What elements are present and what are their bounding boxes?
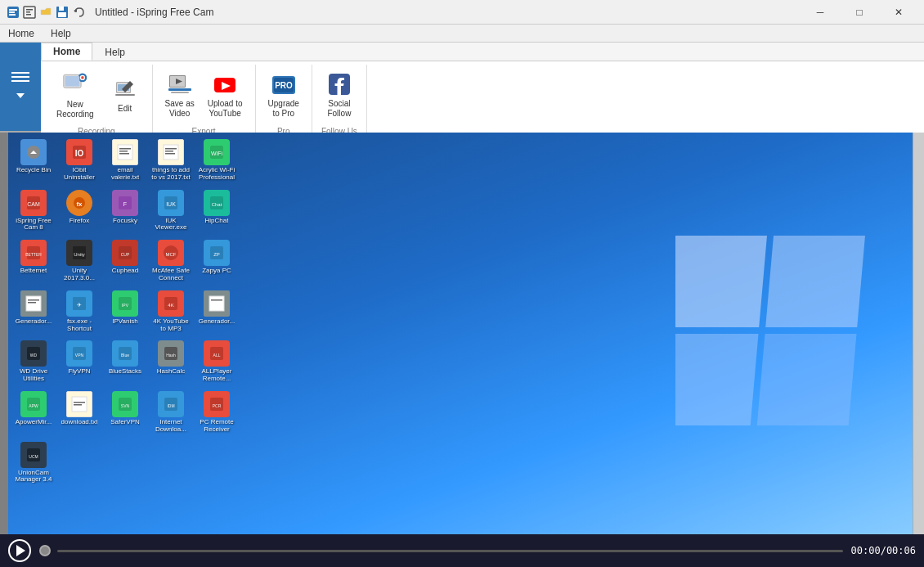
- desktop-icon-img: UCM: [20, 442, 47, 468]
- list-item[interactable]: ALL ALLPlayer Remote...: [195, 337, 237, 386]
- edit-button[interactable]: Edit: [105, 72, 146, 118]
- vertical-scrollbar[interactable]: [913, 133, 924, 534]
- list-item[interactable]: email valerie.txt: [103, 136, 147, 185]
- save-as-video-button[interactable]: Save asVideo: [159, 67, 200, 123]
- main-area: Recycle Bin IO IObit Uninstaller email v…: [0, 133, 924, 534]
- desktop-icon-label: download.txt: [61, 419, 98, 426]
- progress-handle[interactable]: [39, 545, 51, 556]
- desktop-icon-img: [20, 290, 47, 317]
- svg-marker-12: [16, 93, 25, 98]
- desktop-icon-img: [20, 139, 47, 165]
- list-item[interactable]: Chat HipChat: [195, 187, 237, 236]
- desktop-icon-label: PC Remote Receiver: [196, 419, 237, 434]
- play-button[interactable]: [8, 539, 31, 562]
- desktop-icon-label: Unity 2017.3.0...: [59, 268, 100, 282]
- list-item[interactable]: Hash HashCalc: [149, 337, 193, 386]
- svg-rect-97: [74, 404, 82, 406]
- progress-track[interactable]: [57, 550, 843, 552]
- desktop-icon-img: Blue: [112, 340, 138, 367]
- svg-text:UCM: UCM: [29, 454, 38, 459]
- list-item[interactable]: PCR PC Remote Receiver: [195, 388, 237, 437]
- svg-text:WiFi: WiFi: [211, 151, 222, 156]
- desktop-icon-img: CAM: [20, 190, 47, 216]
- list-item[interactable]: Unity Unity 2017.3.0...: [57, 236, 101, 286]
- list-item[interactable]: Recycle Bin: [11, 136, 56, 185]
- list-item[interactable]: MCF McAfee Safe Connect: [149, 236, 193, 286]
- list-item[interactable]: APW ApowerMir...: [11, 388, 56, 437]
- desktop-icon-label: ApowerMir...: [16, 419, 52, 426]
- ribbon-menu-button[interactable]: [0, 43, 41, 131]
- list-item[interactable]: CAM iSpring Free Cam 8: [11, 187, 56, 236]
- menu-home[interactable]: Home: [0, 26, 43, 41]
- list-item[interactable]: ZP Zapya PC: [195, 236, 237, 286]
- open-icon[interactable]: [39, 6, 52, 19]
- list-item[interactable]: download.txt: [57, 388, 101, 437]
- list-item[interactable]: Generador...: [11, 287, 56, 336]
- tab-home[interactable]: Home: [41, 43, 92, 61]
- ribbon-group-follow: SocialFollow Follow Us: [312, 65, 367, 137]
- new-icon[interactable]: [23, 6, 36, 19]
- list-item[interactable]: IPV IPVanish: [103, 287, 147, 336]
- desktop-icon-label: Betternet: [20, 268, 47, 275]
- desktop-icon-img: VPN: [66, 340, 92, 367]
- list-item[interactable]: VPN FlyVPN: [57, 337, 101, 386]
- svg-text:fx: fx: [76, 200, 83, 208]
- title-bar-left: Untitled - iSpring Free Cam: [7, 6, 213, 19]
- upgrade-pro-button[interactable]: PRO Upgradeto Pro: [262, 67, 305, 123]
- list-item[interactable]: IUK IUK Viewer.exe: [149, 187, 193, 236]
- desktop-icon-label: iSpring Free Cam 8: [13, 218, 54, 232]
- svg-text:PRO: PRO: [275, 81, 293, 90]
- svg-rect-21: [115, 94, 135, 96]
- video-preview-inner: Recycle Bin IO IObit Uninstaller email v…: [8, 133, 913, 534]
- svg-text:WD: WD: [30, 353, 38, 358]
- svg-rect-48: [165, 153, 175, 155]
- list-item[interactable]: BETTER Betternet: [11, 236, 56, 286]
- social-follow-button[interactable]: SocialFollow: [319, 67, 360, 123]
- list-item[interactable]: 4K 4K YouTube to MP3: [149, 287, 193, 336]
- save-icon[interactable]: [56, 6, 69, 19]
- menu-help[interactable]: Help: [43, 26, 79, 41]
- pro-items: PRO Upgradeto Pro: [262, 66, 305, 124]
- minimize-button[interactable]: ─: [801, 0, 839, 25]
- list-item[interactable]: SVN SaferVPN: [103, 388, 147, 437]
- upgrade-pro-label: Upgradeto Pro: [268, 99, 299, 119]
- social-follow-icon: [326, 71, 352, 97]
- list-item[interactable]: F Focusky: [103, 187, 147, 236]
- new-recording-button[interactable]: NewRecording: [47, 66, 103, 124]
- hamburger-icon: [11, 80, 29, 82]
- social-follow-label: SocialFollow: [327, 99, 351, 119]
- svg-text:Blue: Blue: [121, 353, 129, 358]
- undo-icon[interactable]: [72, 6, 85, 19]
- desktop-icon-label: email valerie.txt: [105, 167, 146, 182]
- list-item[interactable]: IO IObit Uninstaller: [57, 136, 101, 185]
- svg-text:4K: 4K: [168, 303, 173, 308]
- close-button[interactable]: ✕: [880, 0, 917, 25]
- svg-rect-34: [675, 236, 767, 327]
- desktop-icon-label: Zapya PC: [202, 268, 231, 275]
- title-text: Untitled - iSpring Free Cam: [95, 7, 213, 18]
- time-elapsed: 00:00: [851, 545, 881, 556]
- desktop-icon-img: CUP: [112, 240, 138, 266]
- list-item[interactable]: WiFi Acrylic Wi-Fi Professional: [195, 136, 237, 185]
- list-item[interactable]: fx Firefox: [57, 187, 101, 236]
- list-item[interactable]: WD WD Drive Utilities: [11, 337, 56, 386]
- desktop-icon-img: fx: [66, 190, 92, 216]
- desktop-icon-label: Firefox: [70, 218, 89, 225]
- list-item[interactable]: CUP Cuphead: [103, 236, 147, 286]
- list-item[interactable]: UCM UnionCam Manager 3.4: [11, 439, 56, 488]
- list-item[interactable]: IDM Internet Downloa...: [149, 388, 193, 437]
- list-item[interactable]: ✈ fsx.exe - Shortcut: [57, 287, 101, 336]
- desktop-icon-label: Internet Downloa...: [150, 419, 191, 434]
- list-item[interactable]: things to add to vs 2017.txt: [149, 136, 193, 185]
- desktop-icon-img: ZP: [204, 240, 230, 266]
- list-item[interactable]: Blue BlueStacks: [103, 337, 147, 386]
- list-item[interactable]: Generador...: [195, 287, 237, 336]
- ribbon-tabs: Home Help: [41, 43, 924, 61]
- upload-youtube-button[interactable]: Upload toYouTube: [202, 67, 249, 123]
- maximize-button[interactable]: □: [841, 0, 878, 25]
- svg-text:CAM: CAM: [27, 201, 40, 207]
- tab-help[interactable]: Help: [92, 43, 137, 61]
- desktop-icon-img: Unity: [66, 240, 92, 266]
- svg-text:VPN: VPN: [75, 353, 84, 358]
- svg-rect-44: [119, 153, 129, 155]
